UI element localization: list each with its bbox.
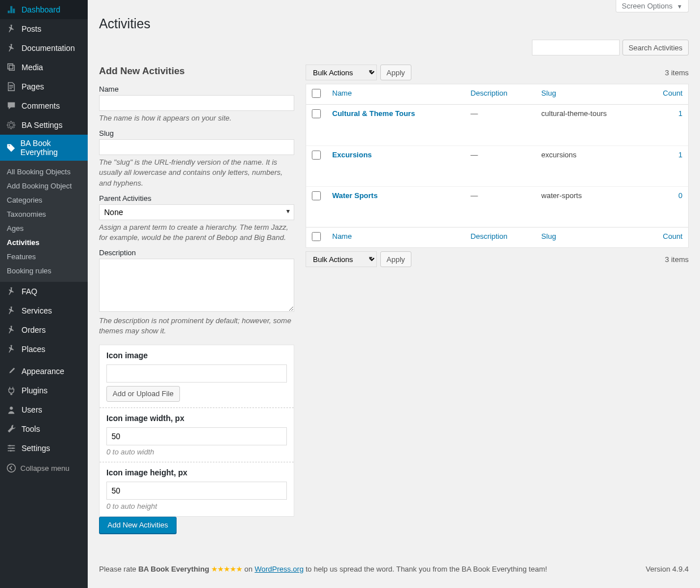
- rating-stars[interactable]: ★★★★★: [211, 565, 242, 573]
- col-description-foot[interactable]: Description: [471, 232, 508, 241]
- height-input[interactable]: [106, 482, 287, 500]
- row-checkbox[interactable]: [312, 151, 321, 160]
- name-help: The name is how it appears on your site.: [99, 113, 294, 123]
- description-label: Description: [99, 248, 294, 257]
- apply-button-top[interactable]: Apply: [380, 65, 411, 80]
- name-label: Name: [99, 85, 294, 93]
- menu-item-plugins[interactable]: Plugins: [0, 381, 88, 400]
- menu-item-ba-settings[interactable]: BA Settings: [0, 115, 88, 135]
- row-description: —: [465, 105, 536, 145]
- row-description: —: [465, 186, 536, 227]
- menu-item-comments[interactable]: Comments: [0, 96, 88, 115]
- pin-icon: [6, 286, 17, 297]
- icon-file-input[interactable]: [106, 364, 287, 383]
- submit-button[interactable]: Add New Activities: [99, 517, 177, 534]
- page-title: Activities: [99, 11, 689, 34]
- menu-item-media[interactable]: Media: [0, 58, 88, 77]
- chevron-down-icon: ▼: [677, 3, 682, 10]
- slug-label: Slug: [99, 129, 294, 138]
- sliders-icon: [6, 443, 17, 454]
- height-label: Icon image height, px: [106, 468, 287, 477]
- wordpress-link[interactable]: WordPress.org: [255, 565, 303, 573]
- row-description: —: [465, 145, 536, 186]
- row-count-link[interactable]: 1: [678, 151, 682, 159]
- table-row: Cultural & Theme Tours—cultural-theme-to…: [306, 105, 688, 145]
- slug-input[interactable]: [99, 139, 294, 155]
- col-slug-foot[interactable]: Slug: [542, 232, 556, 241]
- row-checkbox[interactable]: [312, 109, 321, 118]
- description-help: The description is not prominent by defa…: [99, 316, 294, 336]
- menu-item-documentation[interactable]: Documentation: [0, 38, 88, 58]
- collapse-icon: [6, 462, 17, 474]
- select-all-bottom[interactable]: [312, 232, 321, 241]
- row-checkbox[interactable]: [312, 191, 321, 200]
- row-name-link[interactable]: Water Sports: [332, 191, 377, 200]
- description-textarea[interactable]: [99, 259, 294, 312]
- pin-icon: [6, 42, 17, 54]
- col-count[interactable]: Count: [663, 89, 682, 97]
- submenu-item-all-booking-objects[interactable]: All Booking Objects: [0, 165, 88, 179]
- menu-item-places[interactable]: Places: [0, 340, 88, 359]
- menu-item-services[interactable]: Services: [0, 301, 88, 320]
- collapse-menu[interactable]: Collapse menu: [0, 458, 88, 478]
- menu-item-faq[interactable]: FAQ: [0, 282, 88, 301]
- row-name-link[interactable]: Excursions: [332, 151, 372, 159]
- wrench-icon: [6, 423, 17, 435]
- screen-options-label: Screen Options: [622, 2, 673, 10]
- upload-button[interactable]: Add or Upload File: [106, 386, 180, 402]
- menu-item-ba-book-everything[interactable]: BA Book Everything: [0, 135, 88, 161]
- apply-button-bottom[interactable]: Apply: [380, 251, 411, 267]
- submenu-item-activities[interactable]: Activities: [0, 235, 88, 250]
- bulk-action-select-bottom[interactable]: Bulk Actions: [306, 251, 377, 267]
- submenu-item-categories[interactable]: Categories: [0, 193, 88, 207]
- width-label: Icon image width, px: [106, 414, 287, 423]
- parent-help: Assign a parent term to create a hierarc…: [99, 222, 294, 243]
- menu-item-tools[interactable]: Tools: [0, 419, 88, 439]
- row-count-link[interactable]: 0: [678, 191, 682, 200]
- height-help: 0 to auto height: [106, 502, 287, 510]
- icon-meta-box: Icon image Add or Upload File Icon image…: [99, 345, 294, 517]
- col-name[interactable]: Name: [332, 89, 352, 97]
- width-input[interactable]: [106, 427, 287, 445]
- comment-icon: [6, 100, 17, 111]
- svg-point-4: [7, 464, 15, 472]
- menu-item-appearance[interactable]: Appearance: [0, 362, 88, 381]
- row-count-link[interactable]: 1: [678, 109, 682, 118]
- menu-item-posts[interactable]: Posts: [0, 19, 88, 38]
- plug-icon: [6, 385, 17, 396]
- items-count-bottom: 3 items: [665, 255, 689, 264]
- menu-item-dashboard[interactable]: Dashboard: [0, 0, 88, 19]
- select-all-top[interactable]: [312, 89, 321, 98]
- slug-help: The "slug" is the URL-friendly version o…: [99, 157, 294, 188]
- pin-icon: [6, 305, 17, 316]
- items-count-top: 3 items: [665, 68, 689, 77]
- svg-point-3: [10, 450, 12, 452]
- menu-item-settings[interactable]: Settings: [0, 439, 88, 458]
- col-name-foot[interactable]: Name: [332, 232, 352, 241]
- tag-icon: [6, 142, 16, 153]
- brush-icon: [6, 366, 17, 377]
- search-button[interactable]: Search Activities: [622, 40, 689, 55]
- submenu-item-booking-rules[interactable]: Booking rules: [0, 264, 88, 278]
- submenu-item-features[interactable]: Features: [0, 250, 88, 264]
- row-name-link[interactable]: Cultural & Theme Tours: [332, 109, 415, 118]
- col-description[interactable]: Description: [471, 89, 508, 97]
- name-input[interactable]: [99, 95, 294, 111]
- col-slug[interactable]: Slug: [542, 89, 556, 97]
- media-icon: [6, 62, 17, 73]
- col-count-foot[interactable]: Count: [663, 232, 682, 241]
- row-slug: cultural-theme-tours: [536, 105, 649, 145]
- submenu-item-ages[interactable]: Ages: [0, 221, 88, 235]
- table-row: Water Sports—water-sports0: [306, 186, 688, 227]
- submenu-item-add-booking-object[interactable]: Add Booking Object: [0, 179, 88, 193]
- bulk-action-select-top[interactable]: Bulk Actions: [306, 65, 377, 80]
- submenu-item-taxonomies[interactable]: Taxonomies: [0, 207, 88, 221]
- menu-item-pages[interactable]: Pages: [0, 77, 88, 96]
- screen-options-toggle[interactable]: Screen Options ▼: [616, 0, 689, 12]
- user-icon: [6, 404, 17, 415]
- search-input[interactable]: [532, 40, 620, 55]
- main-content: Screen Options ▼ Activities Search Activ…: [88, 0, 700, 588]
- menu-item-orders[interactable]: Orders: [0, 320, 88, 340]
- menu-item-users[interactable]: Users: [0, 400, 88, 419]
- parent-select[interactable]: None: [99, 204, 294, 220]
